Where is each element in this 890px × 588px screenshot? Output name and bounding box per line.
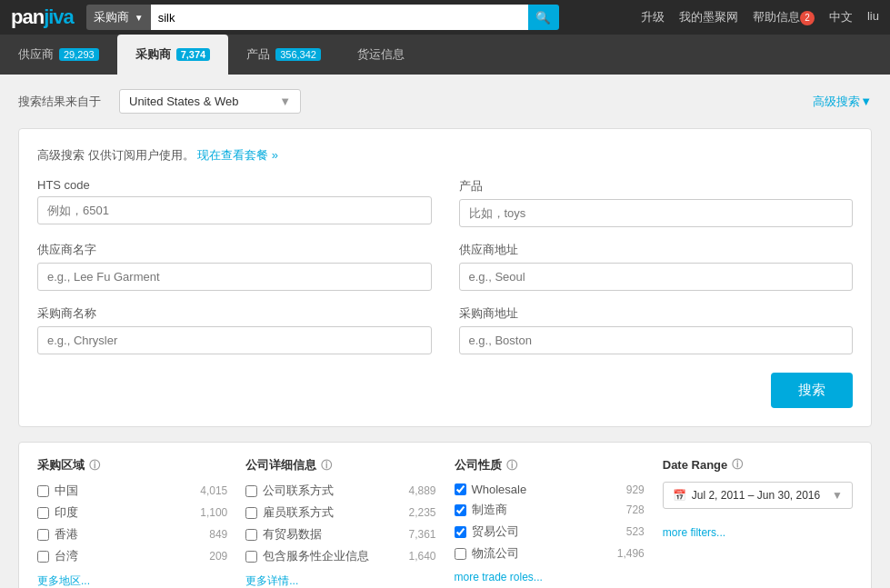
tab-shipping-label: 货运信息	[357, 46, 405, 63]
buyer-address-input[interactable]	[459, 326, 854, 354]
chevron-down-icon: ▼	[135, 13, 144, 23]
product-label: 产品	[459, 178, 854, 194]
tab-products-count: 356,342	[275, 48, 321, 61]
region-item-3: 台湾 209	[37, 548, 227, 564]
supplier-address-input[interactable]	[459, 263, 854, 291]
info-icon[interactable]: ⓘ	[89, 458, 100, 473]
company-detail-more-link[interactable]: 更多详情...	[245, 573, 298, 588]
company-detail-checkbox-2[interactable]	[245, 529, 257, 541]
company-type-item-3: 物流公司 1,496	[455, 545, 645, 562]
tab-buyers[interactable]: 采购商 7,374	[117, 35, 229, 75]
hts-code-label: HTS code	[37, 178, 432, 192]
company-type-item-0: Wholesale 929	[455, 483, 645, 496]
supplier-address-label: 供应商地址	[459, 242, 854, 258]
region-checkbox-2[interactable]	[37, 529, 49, 541]
company-type-item-2: 贸易公司 523	[455, 523, 645, 540]
company-detail-filter-title: 公司详细信息 ⓘ	[245, 457, 435, 473]
search-from-select[interactable]: United States & Web ▼	[119, 89, 301, 114]
tab-shipping[interactable]: 货运信息	[339, 35, 423, 75]
company-type-checkbox-2[interactable]	[455, 526, 466, 538]
info-icon[interactable]: ⓘ	[732, 457, 743, 473]
company-type-checkbox-3[interactable]	[455, 548, 466, 560]
search-from-row: 搜索结果来自于 United States & Web ▼ 高级搜索▼	[18, 89, 872, 114]
nav-upgrade[interactable]: 升级	[641, 9, 665, 25]
search-from-label: 搜索结果来自于	[18, 94, 101, 110]
company-detail-checkbox-1[interactable]	[245, 507, 257, 519]
buyer-name-input[interactable]	[37, 326, 432, 354]
company-detail-item-3: 包含服务性企业信息 1,640	[245, 548, 435, 564]
region-item-1: 印度 1,100	[37, 504, 227, 521]
region-checkbox-0[interactable]	[37, 485, 49, 497]
region-item-2: 香港 849	[37, 526, 227, 543]
search-button[interactable]: 🔍	[528, 5, 559, 30]
advanced-fields-grid: HTS code 产品 供应商名字 供应商地址 采购商名称 采	[37, 178, 853, 354]
company-detail-item-0: 公司联系方式 4,889	[245, 483, 435, 499]
company-type-checkbox-0[interactable]	[455, 483, 466, 495]
tab-suppliers[interactable]: 供应商 29,293	[0, 35, 117, 75]
buyer-address-field: 采购商地址	[459, 305, 854, 354]
tab-suppliers-count: 29,293	[59, 48, 99, 61]
info-icon[interactable]: ⓘ	[321, 458, 332, 473]
region-more-link[interactable]: 更多地区...	[37, 573, 90, 588]
search-type-label: 采购商	[94, 9, 129, 25]
tab-buyers-count: 7,374	[176, 48, 211, 61]
subscription-link[interactable]: 现在查看套餐 »	[197, 148, 278, 162]
company-detail-checkbox-0[interactable]	[245, 485, 257, 497]
date-range-button[interactable]: 📅 Jul 2, 2011 – Jun 30, 2016 ▼	[663, 482, 853, 509]
info-icon[interactable]: ⓘ	[506, 458, 517, 473]
region-item-0: 中国 4,015	[37, 483, 227, 499]
nav-user[interactable]: liu	[867, 9, 879, 25]
date-range-filter: Date Range ⓘ 📅 Jul 2, 2011 – Jun 30, 201…	[663, 457, 853, 588]
chevron-down-icon: ▼	[832, 489, 843, 502]
product-field: 产品	[459, 178, 854, 227]
company-type-more-link[interactable]: more trade roles...	[455, 571, 543, 583]
search-type-dropdown[interactable]: 采购商 ▼	[86, 5, 151, 30]
hts-code-input[interactable]	[37, 196, 432, 224]
chevron-down-icon: ▼	[279, 95, 291, 108]
region-checkbox-1[interactable]	[37, 507, 49, 519]
region-filter-title: 采购区域 ⓘ	[37, 457, 227, 473]
buyer-address-label: 采购商地址	[459, 305, 854, 322]
supplier-name-label: 供应商名字	[37, 242, 432, 258]
region-checkbox-3[interactable]	[37, 551, 49, 563]
header-nav: 升级 我的墨聚网 帮助信息2 中文 liu	[641, 9, 879, 25]
advanced-actions: 搜索	[37, 373, 853, 408]
product-input[interactable]	[459, 199, 854, 227]
date-range-filter-title: Date Range ⓘ	[663, 457, 853, 473]
date-range-value: Jul 2, 2011 – Jun 30, 2016	[692, 489, 820, 502]
advanced-search-link[interactable]: 高级搜索▼	[813, 94, 872, 110]
advanced-notice: 高级搜索 仅供订阅用户使用。 现在查看套餐 »	[37, 147, 853, 164]
date-range-more-link[interactable]: more filters...	[663, 526, 725, 539]
advanced-search-box: 高级搜索 仅供订阅用户使用。 现在查看套餐 » HTS code 产品 供应商名…	[18, 128, 872, 427]
filters-section: 采购区域 ⓘ 中国 4,015 印度 1,100 香港 849 台湾 2	[18, 442, 872, 588]
tab-products-label: 产品	[246, 46, 270, 63]
nav-my-account[interactable]: 我的墨聚网	[679, 9, 738, 25]
company-type-item-1: 制造商 728	[455, 502, 645, 518]
supplier-name-field: 供应商名字	[37, 242, 432, 291]
buyer-name-label: 采购商名称	[37, 305, 432, 322]
tab-suppliers-label: 供应商	[18, 46, 54, 63]
calendar-icon: 📅	[673, 489, 686, 502]
search-bar: 采购商 ▼ 🔍	[86, 5, 559, 30]
nav-help[interactable]: 帮助信息2	[753, 9, 815, 25]
tabs-bar: 供应商 29,293 采购商 7,374 产品 356,342 货运信息	[0, 35, 890, 75]
company-detail-item-1: 雇员联系方式 2,235	[245, 504, 435, 521]
company-type-checkbox-1[interactable]	[455, 504, 466, 516]
nav-language[interactable]: 中文	[829, 9, 853, 25]
hts-code-field: HTS code	[37, 178, 432, 227]
help-badge: 2	[800, 11, 815, 25]
company-type-filter: 公司性质 ⓘ Wholesale 929 制造商 728 贸易公司 523 物流…	[455, 457, 645, 588]
company-detail-item-2: 有贸易数据 7,361	[245, 526, 435, 543]
buyer-name-field: 采购商名称	[37, 305, 432, 354]
search-icon: 🔍	[535, 11, 551, 25]
tab-products[interactable]: 产品 356,342	[228, 35, 339, 75]
advanced-search-submit[interactable]: 搜索	[771, 373, 853, 408]
region-filter: 采购区域 ⓘ 中国 4,015 印度 1,100 香港 849 台湾 2	[37, 457, 227, 588]
supplier-address-field: 供应商地址	[459, 242, 854, 291]
search-input[interactable]	[151, 5, 528, 30]
company-detail-checkbox-3[interactable]	[245, 551, 257, 563]
logo: panjiva	[11, 5, 74, 29]
supplier-name-input[interactable]	[37, 263, 432, 291]
search-from-value: United States & Web	[129, 95, 238, 108]
company-detail-filter: 公司详细信息 ⓘ 公司联系方式 4,889 雇员联系方式 2,235 有贸易数据…	[245, 457, 435, 588]
